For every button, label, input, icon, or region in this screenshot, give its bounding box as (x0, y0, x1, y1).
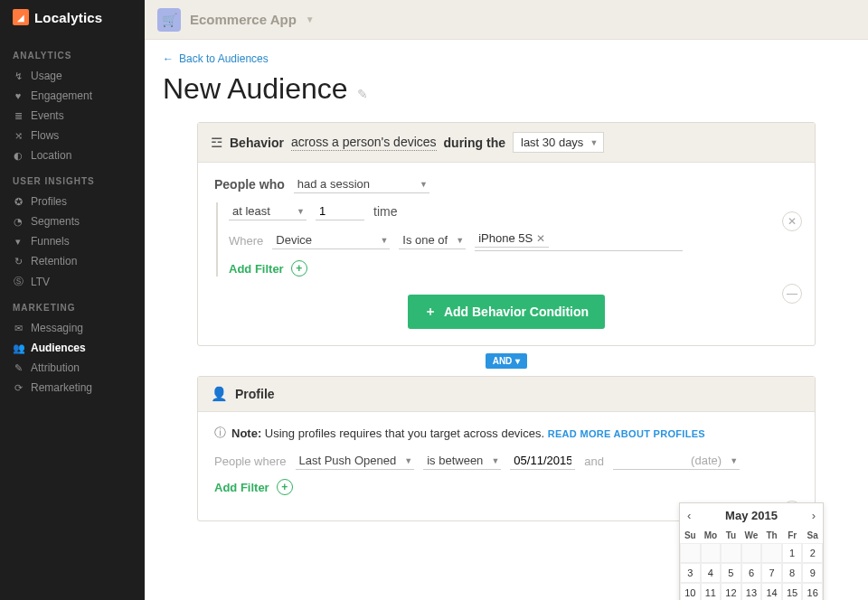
profile-add-filter-label: Add Filter (214, 481, 269, 494)
nav-section-header: USER INSIGHTS (0, 165, 145, 192)
sidebar-item-label: Attribution (31, 361, 80, 374)
datepicker-day[interactable]: 11 (701, 583, 722, 600)
sidebar-item-label: Funnels (31, 235, 70, 248)
info-icon: ⓘ (214, 425, 226, 441)
datepicker-next-button[interactable]: › (812, 509, 816, 522)
brand-logo[interactable]: ◢ Localytics (0, 0, 145, 40)
datepicker-day[interactable]: 6 (741, 563, 762, 583)
chevron-down-icon[interactable]: ▼ (306, 14, 315, 24)
datepicker-dow: Fr (782, 528, 803, 543)
sidebar-item-label: Flows (31, 129, 59, 142)
datepicker-day[interactable]: 13 (741, 583, 762, 600)
action-value: had a session (297, 177, 370, 191)
read-more-link[interactable]: READ MORE ABOUT PROFILES (548, 428, 705, 439)
datepicker-day[interactable]: 3 (680, 563, 701, 583)
person-icon: 👤 (211, 386, 228, 402)
profile-note: ⓘ Note: Using profiles requires that you… (214, 425, 798, 441)
messaging-icon: ✉ (13, 323, 24, 334)
behavior-scope[interactable]: across a person's devices (291, 135, 437, 151)
datepicker-empty-cell (701, 543, 722, 563)
datepicker-day[interactable]: 15 (782, 583, 803, 600)
datepicker-month: May 2015 (725, 509, 778, 522)
date-to-placeholder: (date) (691, 454, 722, 467)
brand-mark-icon: ◢ (13, 9, 29, 25)
sidebar-item-label: Messaging (31, 322, 83, 334)
back-link[interactable]: ← Back to Audiences (163, 52, 850, 65)
chevron-down-icon: ▼ (297, 207, 305, 216)
chevron-down-icon: ▾ (515, 356, 520, 366)
sidebar-item-attribution[interactable]: ✎Attribution (0, 358, 145, 378)
datepicker-empty-cell (741, 543, 762, 563)
and-label: AND (493, 356, 513, 366)
engagement-icon: ♥ (13, 90, 24, 101)
note-label: Note: (231, 427, 261, 440)
datepicker-day[interactable]: 14 (761, 583, 782, 600)
sidebar-item-retention[interactable]: ↻Retention (0, 251, 145, 271)
datepicker-day[interactable]: 16 (802, 583, 823, 600)
remove-condition-button[interactable]: ✕ (782, 211, 802, 231)
datepicker-dow: We (741, 528, 762, 543)
sidebar-item-label: Usage (31, 70, 62, 82)
where-attr-select[interactable]: Device ▼ (272, 231, 390, 249)
profile-op-value: is between (427, 454, 483, 467)
note-text: Using profiles requires that you target … (265, 427, 544, 440)
datepicker-day[interactable]: 8 (782, 563, 803, 583)
datepicker-day[interactable]: 9 (802, 563, 823, 583)
datepicker-day[interactable]: 5 (721, 563, 741, 583)
sidebar-item-audiences[interactable]: 👥Audiences (0, 338, 145, 358)
app-selector-name[interactable]: Ecommerce App (190, 12, 297, 27)
where-op-select[interactable]: Is one of ▼ (399, 231, 466, 249)
chevron-down-icon: ▼ (404, 456, 412, 465)
datepicker-prev-button[interactable]: ‹ (687, 509, 691, 522)
sidebar-item-engagement[interactable]: ♥Engagement (0, 86, 145, 106)
datepicker-day[interactable]: 7 (761, 563, 782, 583)
datepicker-day[interactable]: 2 (802, 543, 823, 563)
profile-attr-value: Last Push Opened (299, 454, 397, 467)
sidebar-item-ltv[interactable]: ⓈLTV (0, 271, 145, 292)
date-to-input[interactable]: (date) ▼ (613, 452, 740, 470)
datepicker-day[interactable]: 10 (680, 583, 701, 600)
sidebar-item-events[interactable]: ≣Events (0, 106, 145, 126)
chip-remove-icon[interactable]: ✕ (536, 232, 545, 245)
timeframe-select[interactable]: last 30 days ▼ (513, 132, 604, 153)
device-chip-container[interactable]: iPhone 5S ✕ (475, 230, 683, 251)
arrow-left-icon: ← (163, 52, 174, 65)
datepicker-day[interactable]: 4 (701, 563, 722, 583)
datepicker-day[interactable]: 1 (782, 543, 803, 563)
location-icon: ◐ (13, 150, 24, 162)
brand-name: Localytics (34, 10, 102, 25)
page-title: New Audience (163, 72, 348, 106)
profile-title: Profile (235, 387, 275, 401)
datepicker-day[interactable]: 12 (721, 583, 741, 600)
behavior-card-header: ☲ Behavior across a person's devices dur… (198, 123, 815, 163)
action-select[interactable]: had a session ▼ (294, 175, 429, 193)
profile-add-filter-button[interactable]: Add Filter + (214, 479, 293, 495)
sidebar-item-profiles[interactable]: ✪Profiles (0, 192, 145, 211)
sidebar-item-segments[interactable]: ◔Segments (0, 211, 145, 231)
chevron-down-icon: ▼ (730, 456, 738, 465)
chevron-down-icon: ▼ (491, 456, 499, 465)
edit-icon[interactable]: ✎ (357, 87, 368, 101)
sidebar-item-label: Events (31, 109, 64, 122)
sidebar-item-funnels[interactable]: ▾Funnels (0, 231, 145, 251)
add-filter-button[interactable]: Add Filter + (229, 260, 307, 277)
sidebar-item-remarketing[interactable]: ⟳Remarketing (0, 378, 145, 398)
and-connector-button[interactable]: AND ▾ (486, 353, 528, 369)
qty-unit-label: time (373, 204, 397, 219)
add-behavior-condition-button[interactable]: ＋ Add Behavior Condition (408, 295, 605, 329)
events-icon: ≣ (13, 110, 24, 122)
sidebar-item-messaging[interactable]: ✉Messaging (0, 318, 145, 338)
sidebar-item-flows[interactable]: ⤨Flows (0, 126, 145, 145)
qty-mode-select[interactable]: at least ▼ (229, 202, 307, 220)
sidebar-item-usage[interactable]: ↯Usage (0, 66, 145, 86)
qty-input[interactable] (316, 202, 364, 220)
collapse-condition-button[interactable]: — (782, 284, 802, 304)
date-from-input[interactable] (510, 452, 575, 470)
sidebar-item-location[interactable]: ◐Location (0, 145, 145, 165)
profile-op-select[interactable]: is between ▼ (423, 452, 501, 470)
people-who-label: People who (214, 177, 285, 192)
datepicker-empty-cell (721, 543, 741, 563)
audiences-icon: 👥 (13, 342, 24, 354)
add-filter-label: Add Filter (229, 262, 284, 276)
profile-attr-select[interactable]: Last Push Opened ▼ (296, 452, 415, 470)
